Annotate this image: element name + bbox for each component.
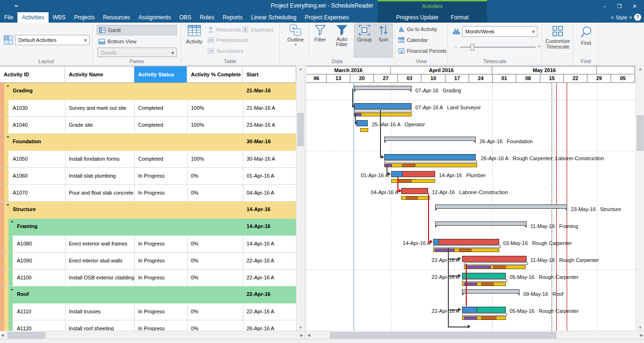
summary-bar[interactable] [435,221,527,226]
task-bar[interactable] [356,120,368,126]
group-row[interactable]: ⌄Framing14-Apr-16 [0,219,296,236]
group-button[interactable]: Group [355,24,374,42]
group-row[interactable]: ⌄Foundation30-Mar-16 [0,134,296,151]
scroll-left-icon[interactable]: ◀ [1,333,4,337]
resource-usage-bar[interactable] [360,128,368,132]
tab-assignments[interactable]: Assignments [134,12,175,23]
timescale-slider-thumb[interactable] [471,44,474,50]
customize-timescale-button[interactable]: Customize Timescale [544,25,571,49]
resource-usage-bar[interactable] [464,265,526,269]
column-header-activity-complete[interactable]: Activity % Complete [187,66,243,83]
resource-usage-bar[interactable] [462,316,506,320]
table-row[interactable]: A1110Install trussesIn Progress0%22-Apr-… [0,303,296,320]
tab-obs[interactable]: OBS [175,12,195,23]
summary-bar[interactable] [462,289,520,294]
table-vertical-scrollbar[interactable]: ▲ ▼ [296,66,304,331]
outline-button[interactable]: Outline ▾ [285,24,306,47]
calendar-button[interactable]: Calendar [398,37,428,43]
column-header-activity-name[interactable]: Activity Name [65,66,134,83]
collapse-chevron-icon[interactable]: ⌄ [6,83,10,88]
resource-usage-bar[interactable] [401,196,429,200]
sort-button[interactable]: Sort [375,24,392,42]
group-row[interactable]: ⌄Grading21-Mar-16 [0,83,296,100]
column-header-start[interactable]: Start [243,66,296,83]
task-bar[interactable] [401,188,428,194]
column-header-activity-id[interactable]: Activity ID [0,66,65,83]
minimize-button[interactable]: – [597,0,612,12]
resource-usage-bar[interactable] [354,113,412,116]
financial-periods-button[interactable]: $ Financial Periods [398,48,446,54]
timescale-select[interactable]: Month/Week▾ [462,26,537,37]
find-button[interactable]: Find [577,25,595,46]
tab-projects[interactable]: Projects [70,12,99,23]
scroll-right-icon[interactable]: ▶ [640,333,643,337]
scroll-up-icon[interactable]: ▲ [297,67,305,71]
gantt-hscroll-thumb[interactable] [330,332,556,338]
collapse-chevron-icon[interactable]: ⌄ [10,286,14,292]
table-row[interactable]: A1080Erect exterior wall framesIn Progre… [0,236,296,253]
gantt-horizontal-scrollbar[interactable]: ◀ ▶ [306,331,644,339]
table-vscroll-thumb[interactable] [297,113,304,146]
auto-filter-button[interactable]: Auto Filter [330,24,353,47]
go-to-activity-button[interactable]: Go to Activity [398,26,437,32]
tab-wbs[interactable]: WBS [49,12,70,23]
tab-project-expenses[interactable]: Project Expenses [301,12,353,23]
task-bar[interactable] [384,154,476,160]
resource-usage-bar[interactable] [433,248,499,252]
table-row[interactable]: A1070Pour and float slab concreteIn Prog… [0,185,296,202]
table-row[interactable]: A1050Install fondation formsCompleted100… [0,151,296,168]
close-button[interactable]: ✕ [627,0,642,12]
scroll-down-icon[interactable]: ▼ [297,326,305,330]
scroll-down-icon[interactable]: ▼ [636,326,644,330]
activity-table-button[interactable]: Activity [183,24,206,44]
style-menu[interactable]: Style [616,15,627,20]
task-bar[interactable] [391,171,435,177]
tab-file[interactable]: File [0,12,17,23]
collapse-chevron-icon[interactable]: ⌄ [6,201,10,207]
summary-bar[interactable] [435,204,567,209]
tab-format[interactable]: Format [445,12,475,23]
bottom-view-button[interactable]: Bottom View [97,36,177,47]
scroll-right-icon[interactable]: ▶ [300,333,303,337]
tab-resources[interactable]: Resources [99,12,134,23]
resource-usage-bar[interactable] [462,282,506,286]
layout-select[interactable]: Default Activities▾ [15,35,90,45]
gantt-pane-button[interactable]: Gantt [97,25,177,35]
table-row[interactable]: A1030Survey and mark out siteCompleted10… [0,100,296,117]
table-row[interactable]: A1060Install slab plumbingIn Progress0%0… [0,168,296,185]
zoom-out-button[interactable]: – [454,43,457,49]
table-row[interactable]: A1120Install roof sheetingIn Progress0%2… [0,320,296,331]
filter-button[interactable]: Filter [311,24,330,42]
summary-bar[interactable] [384,137,476,141]
collapse-ribbon-icon[interactable]: ˄ [611,15,614,20]
tab-roles[interactable]: Roles [196,12,219,23]
table-row[interactable]: A1100Install OSB exterior claddingIn Pro… [0,270,296,286]
table-row[interactable]: A1040Grade siteCompleted100%23-Mar-16 A [0,117,296,134]
gantt-vertical-scrollbar[interactable]: ▲ ▼ [636,66,644,331]
task-bar[interactable] [433,239,499,245]
resource-usage-bar[interactable] [384,163,477,167]
task-bar[interactable] [462,307,506,313]
style-dropdown-icon[interactable]: ˅ [629,15,632,20]
collapse-chevron-icon[interactable]: ⌄ [10,218,14,224]
help-icon[interactable]: ? [634,14,641,21]
collapse-chevron-icon[interactable]: ⌄ [6,133,10,139]
tab-reports[interactable]: Reports [218,12,247,23]
zoom-in-button[interactable]: + [537,43,540,49]
table-horizontal-scrollbar[interactable]: ◀ ▶ [0,331,304,339]
scroll-up-icon[interactable]: ▲ [636,67,644,71]
table-row[interactable]: A1090Erect interior stud wallsIn Progres… [0,253,296,270]
task-bar[interactable] [462,273,506,279]
tab-activities[interactable]: Activities [17,12,48,23]
task-bar[interactable] [462,256,527,262]
group-row[interactable]: ⌄Roof22-Apr-16 [0,286,296,303]
gantt-vscroll-thumb[interactable] [637,115,644,151]
column-header-activity-status[interactable]: Activity Status [134,66,187,83]
table-hscroll-thumb[interactable] [8,332,45,338]
tab-progress-update[interactable]: Progress Update [390,12,445,23]
scroll-left-icon[interactable]: ◀ [307,333,310,337]
restore-button[interactable]: ❐ [612,0,627,12]
group-row[interactable]: ⌄Structure14-Apr-16 [0,202,296,219]
task-bar[interactable] [354,103,412,109]
summary-bar[interactable] [354,86,412,90]
